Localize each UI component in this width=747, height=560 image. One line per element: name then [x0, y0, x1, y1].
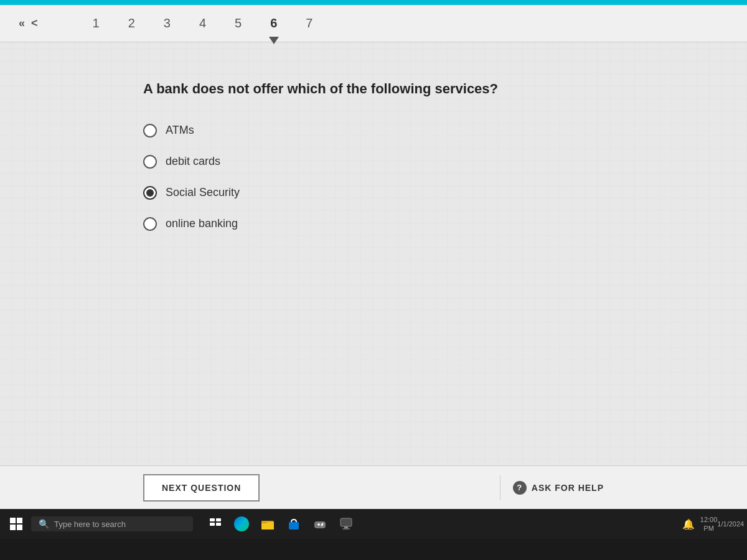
page-numbers: 1 2 3 4 5 6 7 — [88, 14, 318, 33]
radio-atms[interactable] — [143, 124, 157, 138]
page-7-button[interactable]: 7 — [301, 14, 317, 33]
clock-area[interactable]: 12:00 PM 1/1/2024 — [703, 513, 741, 535]
svg-rect-13 — [341, 518, 352, 526]
page-3-button[interactable]: 3 — [159, 14, 176, 33]
svg-rect-1 — [216, 518, 221, 521]
search-placeholder-text: Type here to search — [54, 520, 126, 529]
monitor-icon — [339, 517, 353, 531]
windows-icon — [10, 518, 22, 530]
notification-icon[interactable]: 🔔 — [677, 513, 700, 535]
windows-quad-4 — [17, 525, 22, 530]
edge-icon — [234, 516, 249, 531]
nav-bar: « < 1 2 3 4 5 6 7 — [0, 5, 747, 42]
svg-rect-7 — [289, 522, 299, 530]
double-back-button[interactable]: « — [19, 17, 25, 30]
svg-point-12 — [321, 525, 323, 526]
store-button[interactable] — [283, 513, 305, 535]
taskbar-search[interactable]: 🔍 Type here to search — [31, 516, 193, 531]
back-button[interactable]: < — [31, 17, 38, 30]
action-divider — [500, 475, 500, 500]
task-view-icon — [209, 518, 222, 530]
page-4-button[interactable]: 4 — [194, 14, 211, 33]
start-button[interactable] — [6, 514, 26, 534]
windows-quad-2 — [17, 518, 22, 523]
svg-rect-3 — [216, 523, 221, 526]
page-6-button[interactable]: 6 — [265, 14, 282, 33]
question-area: A bank does not offer which of the follo… — [0, 42, 747, 465]
option-online-banking[interactable]: online banking — [143, 217, 604, 231]
svg-rect-0 — [210, 518, 215, 521]
action-bar: NEXT QUESTION ? ASK FOR HELP — [0, 465, 747, 509]
search-icon: 🔍 — [39, 519, 49, 529]
task-view-button[interactable] — [204, 513, 227, 535]
svg-rect-10 — [318, 523, 319, 526]
page-2-button[interactable]: 2 — [123, 14, 140, 33]
folder-icon — [261, 517, 275, 531]
option-atms[interactable]: ATMs — [143, 124, 604, 138]
top-accent-bar — [0, 0, 747, 5]
radio-debit-cards[interactable] — [143, 155, 157, 169]
option-debit-cards[interactable]: debit cards — [143, 155, 604, 169]
label-debit-cards: debit cards — [166, 155, 220, 168]
windows-quad-3 — [10, 525, 16, 530]
store-icon — [287, 517, 301, 531]
edge-browser-button[interactable] — [230, 513, 253, 535]
clock-time: 12:00 PM — [700, 515, 718, 533]
svg-rect-2 — [210, 523, 215, 526]
svg-rect-14 — [344, 526, 348, 528]
ask-help-button[interactable]: ? ASK FOR HELP — [513, 481, 604, 495]
page-5-button[interactable]: 5 — [230, 14, 247, 33]
windows-quad-1 — [10, 518, 16, 523]
taskbar: 🔍 Type here to search — [0, 509, 747, 539]
nav-arrows: « < — [19, 17, 38, 30]
ask-help-label: ASK FOR HELP — [532, 483, 604, 493]
games-icon — [313, 517, 327, 531]
radio-social-security[interactable] — [143, 186, 157, 200]
svg-rect-8 — [314, 521, 326, 528]
file-explorer-button[interactable] — [256, 513, 279, 535]
clock-date: 1/1/2024 — [717, 520, 744, 528]
games-button[interactable] — [309, 513, 331, 535]
label-atms: ATMs — [166, 124, 194, 137]
label-online-banking: online banking — [166, 217, 238, 230]
next-question-button[interactable]: NEXT QUESTION — [143, 474, 260, 502]
taskbar-right-area: 🔔 12:00 PM 1/1/2024 — [677, 513, 741, 535]
radio-online-banking[interactable] — [143, 217, 157, 231]
svg-rect-6 — [261, 521, 267, 523]
app-button[interactable] — [335, 513, 357, 535]
page-1-button[interactable]: 1 — [88, 14, 105, 33]
svg-rect-15 — [342, 528, 350, 530]
screen-area: « < 1 2 3 4 5 6 7 A bank does not offer … — [0, 5, 747, 509]
label-social-security: Social Security — [166, 186, 240, 199]
option-social-security[interactable]: Social Security — [143, 186, 604, 200]
help-icon: ? — [513, 481, 527, 495]
question-text: A bank does not offer which of the follo… — [143, 80, 604, 99]
taskbar-center-icons — [204, 513, 357, 535]
